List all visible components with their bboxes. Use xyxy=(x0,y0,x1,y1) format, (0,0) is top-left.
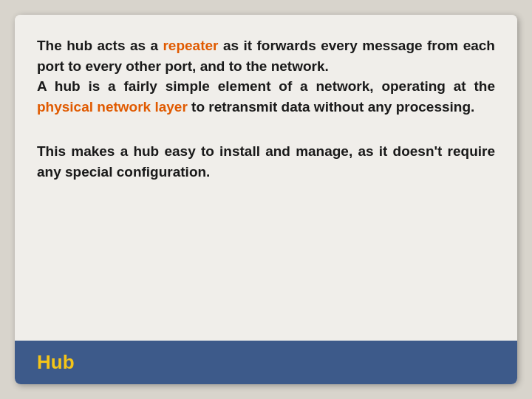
paragraph-1-before-highlight: The hub acts as a xyxy=(37,38,163,53)
highlight-physical-network-layer: physical network layer xyxy=(37,99,188,115)
main-text: The hub acts as a repeater as it forward… xyxy=(37,35,495,183)
paragraph-2-after-highlight: to retransmit data without any processin… xyxy=(188,99,475,115)
content-area: The hub acts as a repeater as it forward… xyxy=(15,15,517,341)
paragraph-3: This makes a hub easy to install and man… xyxy=(37,143,495,180)
title-bar: Hub xyxy=(15,341,517,384)
paragraph-2-before-highlight: A hub is a fairly simple element of a ne… xyxy=(37,78,495,94)
highlight-repeater: repeater xyxy=(163,38,218,53)
slide-title: Hub xyxy=(37,351,75,374)
slide-container: The hub acts as a repeater as it forward… xyxy=(15,15,517,384)
